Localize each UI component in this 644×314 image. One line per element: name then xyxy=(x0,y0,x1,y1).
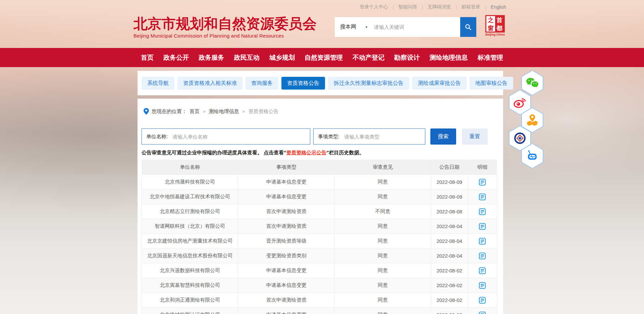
tab-survey-marker-approval[interactable]: 拆迁永久性测量标志审批公告 xyxy=(328,77,409,90)
reset-button[interactable]: 重置 xyxy=(462,128,488,145)
breadcrumb-geo-info[interactable]: 测绘地理信息 xyxy=(209,108,239,115)
header-opinion: 审查意见 xyxy=(335,160,431,175)
tab-qualification-standards[interactable]: 资质资格准入相关标准 xyxy=(177,77,243,90)
separator: | xyxy=(393,5,394,9)
nav-item-geo-info[interactable]: 测绘地理信息 xyxy=(430,53,468,62)
table-row: 智道网联科技（北京）有限公司首次申请测绘资质同意2022-08-04 xyxy=(142,219,497,234)
detail-button[interactable] xyxy=(478,311,487,314)
header-date: 公告日期 xyxy=(431,160,468,175)
nav-item-home[interactable]: 首页 xyxy=(141,53,154,62)
tab-query-service[interactable]: 查询服务 xyxy=(246,77,278,90)
seal-char: 都 xyxy=(495,24,504,32)
table-row: 北京寅基智慧科技有限公司申请基本信息变更同意2022-08-02 xyxy=(142,278,497,293)
date-cell: 2022-08-09 xyxy=(431,175,468,190)
item-type-cell: 变更测绘资质类别 xyxy=(238,249,334,263)
site-title: 北京市规划和自然资源委员会 xyxy=(133,16,317,32)
breadcrumb-separator: > xyxy=(203,109,206,114)
document-detail-icon xyxy=(478,193,486,201)
date-cell: 2022-08-02 xyxy=(431,263,468,278)
breadcrumb-home[interactable]: 首页 xyxy=(190,108,200,115)
announcement-table-body: 北京伟晟科技有限公司申请基本信息变更同意2022-08-09 北京中地恒基建设工… xyxy=(142,175,497,314)
detail-button[interactable] xyxy=(478,252,487,260)
document-detail-icon xyxy=(478,311,486,314)
date-cell: 2022-08-04 xyxy=(431,219,468,234)
item-type-cell: 申请基本信息变更 xyxy=(238,263,334,278)
header-search-button[interactable] xyxy=(460,17,476,37)
search-scope-label: 搜本网 xyxy=(340,23,356,31)
seal-grid: 之 首 窗 都 xyxy=(485,15,505,33)
document-detail-icon xyxy=(478,237,486,245)
item-type-cell: 申请基本信息变更 xyxy=(238,278,334,293)
seal-char: 窗 xyxy=(486,24,495,32)
opinion-cell: 同意 xyxy=(335,190,431,204)
opinion-cell: 同意 xyxy=(335,263,431,278)
unit-name-cell: 北京寅基智慧科技有限公司 xyxy=(142,278,238,293)
detail-cell xyxy=(468,308,497,314)
detail-cell xyxy=(468,249,497,263)
topbar-link-login[interactable]: 登录个人中心 xyxy=(360,4,388,10)
tab-qualification-announcement[interactable]: 资质资格公告 xyxy=(281,77,325,90)
topbar-link-english[interactable]: English xyxy=(491,4,506,10)
notice-after: "栏目历史数据。 xyxy=(326,150,364,155)
table-row: 北京精志立行测绘有限公司首次申请测绘资质不同意2022-08-08 xyxy=(142,204,497,219)
document-detail-icon xyxy=(478,281,486,290)
item-type-input[interactable] xyxy=(344,129,425,144)
detail-cell xyxy=(468,263,497,278)
tab-map-review[interactable]: 地图审核公告 xyxy=(470,77,513,90)
document-detail-icon xyxy=(478,178,486,186)
table-row: 北京中地恒基建设工程技术有限公司申请基本信息变更同意2022-08-09 xyxy=(142,190,497,204)
search-button[interactable]: 搜索 xyxy=(430,128,456,145)
detail-button[interactable] xyxy=(478,266,487,275)
nav-item-standards[interactable]: 标准管理 xyxy=(478,53,503,62)
detail-cell xyxy=(468,234,497,249)
unit-name-input[interactable] xyxy=(172,129,310,144)
detail-button[interactable] xyxy=(478,296,487,305)
topbar-link-accessibility[interactable]: 无障碍浏览 xyxy=(428,4,451,10)
unit-name-cell: 北京京建恒信房地产测量技术有限公司 xyxy=(142,234,238,249)
notice-text: 公告审查意见可通过企业申报端的办理进度具体查看。 点击查看"资质资格公示公告"栏… xyxy=(142,150,364,156)
unit-name-cell: 北京和润正通测绘有限公司 xyxy=(142,293,238,308)
nav-item-gov-services[interactable]: 政务服务 xyxy=(199,53,224,62)
nav-item-interaction[interactable]: 政民互动 xyxy=(234,53,260,62)
robot-assistant-icon xyxy=(526,149,539,163)
unit-name-field: 单位名称: xyxy=(142,128,310,145)
detail-button[interactable] xyxy=(478,207,487,216)
detail-cell xyxy=(468,204,497,219)
header-search-box: 搜本网 ▼ xyxy=(335,17,476,37)
item-type-cell: 首次申请测绘资质 xyxy=(238,293,334,308)
unit-name-label: 单位名称: xyxy=(146,134,168,140)
detail-button[interactable] xyxy=(478,193,487,201)
tab-system-nav[interactable]: 系统导航 xyxy=(142,77,174,90)
notice-link[interactable]: 资质资格公示公告 xyxy=(286,150,326,155)
weibo-icon xyxy=(513,96,527,108)
detail-button[interactable] xyxy=(478,222,487,231)
nav-item-natural-resources[interactable]: 自然资源管理 xyxy=(305,53,343,62)
item-type-cell: 首次申请测绘资质 xyxy=(238,204,334,219)
nav-item-survey-design[interactable]: 勘察设计 xyxy=(394,53,420,62)
detail-cell xyxy=(468,278,497,293)
nav-item-gov-affairs[interactable]: 政务公开 xyxy=(163,53,189,62)
table-row: 北京兴遥数据科技有限公司申请基本信息变更同意2022-08-02 xyxy=(142,263,497,278)
nav-item-real-estate[interactable]: 不动产登记 xyxy=(353,53,384,62)
table-header-row: 单位名称 事项类型 审查意见 公告日期 明细 xyxy=(142,160,497,175)
topbar-link-qa[interactable]: 智能问答 xyxy=(398,4,417,10)
location-pin-icon xyxy=(144,108,149,115)
header-search-input[interactable] xyxy=(374,17,460,37)
detail-button[interactable] xyxy=(478,281,487,290)
detail-cell xyxy=(468,175,497,190)
detail-button[interactable] xyxy=(478,237,487,246)
document-detail-icon xyxy=(478,222,486,230)
item-type-cell: 晋升测绘资质等级 xyxy=(238,234,334,249)
detail-button[interactable] xyxy=(478,178,487,187)
float-wechat[interactable] xyxy=(521,70,543,96)
tab-survey-results-approval[interactable]: 测绘成果审批公告 xyxy=(412,77,467,90)
item-type-cell: 首次申请测绘资质 xyxy=(238,219,334,234)
topbar-link-mail[interactable]: 邮箱登录 xyxy=(462,4,480,10)
nav-item-urban-planning[interactable]: 城乡规划 xyxy=(269,53,295,62)
main-nav-inner: 首页 政务公开 政务服务 政民互动 城乡规划 自然资源管理 不动产登记 勘察设计… xyxy=(141,48,503,67)
table-row: 北京国遥新天地信息技术股份有限公司变更测绘资质类别同意2022-08-04 xyxy=(142,249,497,263)
detail-cell xyxy=(468,219,497,234)
capital-window-seal[interactable]: 之 首 窗 都 Beijing-China xyxy=(485,15,505,36)
item-type-cell: 申请基本信息变更 xyxy=(238,175,334,190)
search-scope-dropdown[interactable]: 搜本网 ▼ xyxy=(335,23,374,31)
